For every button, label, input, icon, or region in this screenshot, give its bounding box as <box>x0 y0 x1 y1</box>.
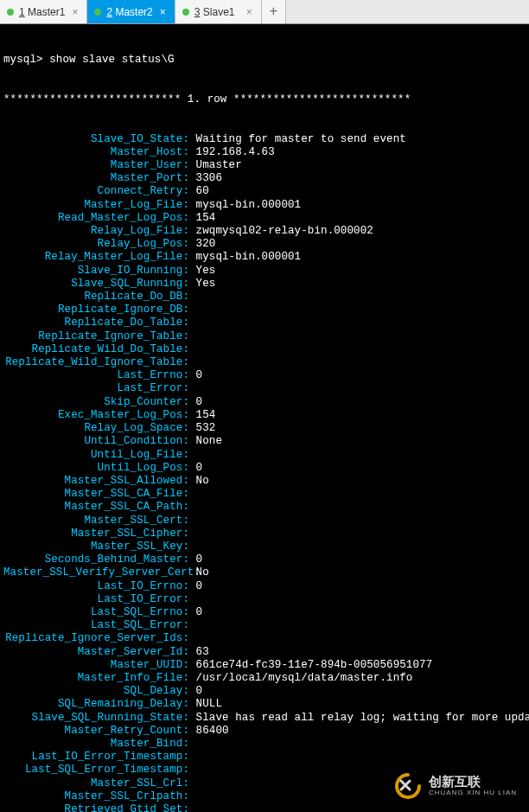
close-icon[interactable]: × <box>158 6 168 18</box>
field-key: Replicate_Ignore_Table: <box>3 330 189 343</box>
new-tab-button[interactable]: + <box>262 0 286 23</box>
field-value <box>189 515 196 527</box>
field-key: Master_UUID: <box>3 659 189 672</box>
field-key: Master_SSL_Key: <box>3 540 189 553</box>
field-key: Master_SSL_Verify_Server_Cert: <box>3 566 189 579</box>
field-value: None <box>189 435 222 448</box>
field-value <box>189 593 196 606</box>
field-key: Master_SSL_Allowed: <box>3 475 189 488</box>
status-row: Master_SSL_CA_File: <box>3 488 526 501</box>
status-row: Skip_Counter: 0 <box>3 396 526 409</box>
field-key: Last_IO_Error: <box>3 593 189 606</box>
field-value: mysql-bin.000001 <box>189 199 301 212</box>
tab-master1[interactable]: 1 Master1× <box>0 0 87 23</box>
status-row: Replicate_Ignore_DB: <box>3 304 526 316</box>
field-value: No <box>189 566 209 579</box>
field-key: Master_Retry_Count: <box>3 725 189 738</box>
status-row: Connect_Retry: 60 <box>3 185 526 198</box>
field-key: Master_SSL_Cert: <box>3 515 189 527</box>
tab-master2[interactable]: 2 Master2× <box>87 0 175 23</box>
status-row: Last_IO_Error_Timestamp: <box>3 751 526 764</box>
field-key: Skip_Counter: <box>3 396 189 409</box>
field-value: Umaster <box>189 159 242 172</box>
field-key: Relay_Log_Pos: <box>3 238 189 251</box>
status-row: Exec_Master_Log_Pos: 154 <box>3 409 526 422</box>
field-value <box>189 540 196 553</box>
field-key: Replicate_Ignore_DB: <box>3 304 189 316</box>
field-key: SQL_Remaining_Delay: <box>3 698 189 711</box>
watermark-logo-icon <box>394 772 422 800</box>
field-key: Master_SSL_Cipher: <box>3 527 189 540</box>
field-key: Last_Errno: <box>3 369 189 382</box>
field-value: 3306 <box>189 172 222 185</box>
field-key: Last_SQL_Error: <box>3 619 189 632</box>
field-value: 0 <box>189 396 202 409</box>
status-row: Master_Host: 192.168.4.63 <box>3 146 526 159</box>
field-key: Last_SQL_Error_Timestamp: <box>3 764 189 777</box>
field-value: 60 <box>189 185 209 198</box>
tab-label: 2 Master2 <box>106 6 152 18</box>
field-value <box>189 790 196 803</box>
field-value: NULL <box>189 698 222 711</box>
watermark: 创新互联 CHUANG XIN HU LIAN <box>394 772 517 800</box>
field-key: Slave_SQL_Running_State: <box>3 712 189 725</box>
field-key: Until_Log_File: <box>3 449 189 462</box>
status-row: Until_Log_File: <box>3 449 526 462</box>
field-value: 154 <box>189 212 215 225</box>
terminal-output[interactable]: mysql> show slave status\G *************… <box>0 24 529 812</box>
field-key: Slave_SQL_Running: <box>3 278 189 291</box>
field-value: Yes <box>189 278 215 291</box>
field-value: 154 <box>189 409 215 422</box>
field-value: 86400 <box>189 725 229 738</box>
field-value: 0 <box>189 553 202 566</box>
field-value <box>189 316 196 329</box>
status-row: Master_Retry_Count: 86400 <box>3 725 526 738</box>
field-value <box>189 803 196 812</box>
field-value: No <box>189 475 209 488</box>
tab-slave1[interactable]: 3 Slave1× <box>175 0 262 23</box>
field-key: Retrieved_Gtid_Set: <box>3 803 189 812</box>
field-key: Master_Bind: <box>3 738 189 751</box>
field-value <box>189 777 196 790</box>
status-row: Master_SSL_Allowed: No <box>3 475 526 488</box>
status-row: Master_User: Umaster <box>3 159 526 172</box>
status-row: SQL_Delay: 0 <box>3 685 526 698</box>
status-row: Last_SQL_Errno: 0 <box>3 606 526 619</box>
status-row: Replicate_Do_DB: <box>3 291 526 304</box>
field-key: Connect_Retry: <box>3 185 189 198</box>
field-key: Replicate_Ignore_Server_Ids: <box>3 632 189 645</box>
field-key: Replicate_Do_DB: <box>3 291 189 304</box>
field-key: Relay_Log_File: <box>3 225 189 238</box>
status-row: Last_Error: <box>3 382 526 395</box>
field-value: 0 <box>189 369 202 382</box>
status-row: Replicate_Wild_Ignore_Table: <box>3 356 526 369</box>
status-row: Slave_SQL_Running: Yes <box>3 278 526 291</box>
field-value: 192.168.4.63 <box>189 146 275 159</box>
field-value <box>189 619 196 632</box>
status-row: Slave_IO_Running: Yes <box>3 265 526 278</box>
status-dot-icon <box>7 9 14 16</box>
status-row: Master_SSL_Key: <box>3 540 526 553</box>
field-key: Master_User: <box>3 159 189 172</box>
field-value: 0 <box>189 462 202 475</box>
field-value: Waiting for master to send event <box>189 133 406 146</box>
field-value: Yes <box>189 265 215 278</box>
field-key: Replicate_Do_Table: <box>3 316 189 329</box>
status-row: Retrieved_Gtid_Set: <box>3 803 526 812</box>
mysql-prompt: mysql> show slave status\G <box>3 54 526 67</box>
field-key: Last_SQL_Errno: <box>3 606 189 619</box>
field-key: Master_SSL_CA_Path: <box>3 501 189 514</box>
field-value <box>189 330 196 343</box>
status-row: Replicate_Do_Table: <box>3 316 526 329</box>
field-key: Until_Log_Pos: <box>3 462 189 475</box>
field-value <box>189 304 196 316</box>
field-key: Relay_Master_Log_File: <box>3 251 189 264</box>
field-value: zwqmysql02-relay-bin.000002 <box>189 225 373 238</box>
close-icon[interactable]: × <box>70 6 80 18</box>
status-row: Last_IO_Errno: 0 <box>3 580 526 593</box>
close-icon[interactable]: × <box>245 6 254 18</box>
status-row: Last_SQL_Error: <box>3 619 526 632</box>
field-value <box>189 738 196 751</box>
field-value <box>189 751 196 764</box>
field-key: Master_SSL_Crl: <box>3 777 189 790</box>
